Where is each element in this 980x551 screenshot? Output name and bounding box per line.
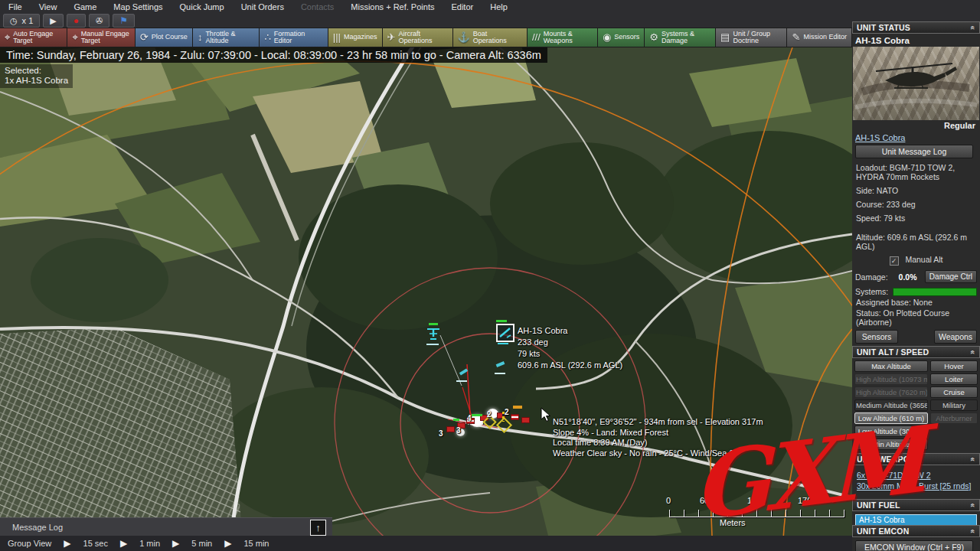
- doctrine-icon: ▤: [720, 32, 730, 43]
- formation-editor-icon: ∴: [264, 32, 270, 43]
- throttle-altitude-button[interactable]: ↕ Throttle & Altitude: [193, 28, 260, 47]
- time-step-15sec[interactable]: 15 sec: [76, 539, 116, 548]
- unit-weapons-title: UNIT WEAPONS: [857, 455, 921, 464]
- collapse-chevron-icon: «: [969, 350, 978, 354]
- menu-quick-jump[interactable]: Quick Jump: [172, 0, 233, 14]
- menu-file[interactable]: File: [0, 0, 31, 14]
- step-arrow-icon[interactable]: ▶: [116, 538, 132, 549]
- systems-damage-label: Systems & Damage: [662, 31, 710, 45]
- auto-engage-icon: ⌖: [5, 32, 10, 43]
- aircraft-operations-button[interactable]: ✈ Aircraft Operations: [383, 28, 453, 47]
- magazines-label: Magazines: [344, 34, 377, 41]
- time-step-1min[interactable]: 1 min: [132, 539, 168, 548]
- menu-editor[interactable]: Editor: [443, 0, 482, 14]
- unit-status-title: UNIT STATUS: [857, 23, 910, 32]
- unit-emcon-header[interactable]: UNIT EMCON «: [852, 525, 980, 537]
- selected-unit-icon[interactable]: [496, 324, 514, 342]
- play-button[interactable]: ▶: [43, 14, 63, 28]
- plot-course-button[interactable]: ⟳ Plot Course: [136, 28, 193, 47]
- unit-emcon-section: UNIT EMCON « EMCON Window (Ctrl + F9): [852, 525, 980, 551]
- max-altitude-button[interactable]: Max Altitude: [854, 360, 928, 372]
- step-arrow-icon[interactable]: ▶: [220, 538, 236, 549]
- cluster-count: 2: [505, 408, 509, 416]
- menu-help[interactable]: Help: [482, 0, 516, 14]
- menu-missions-ref-points[interactable]: Missions + Ref. Points: [342, 0, 443, 14]
- cruise-button[interactable]: Cruise: [930, 386, 978, 398]
- weapon-tow-link[interactable]: 6x BGM-71D TOW 2: [857, 471, 930, 480]
- boat-operations-button[interactable]: ⚓ Boat Operations: [453, 28, 528, 47]
- sensors-button[interactable]: ◉ Sensors: [598, 28, 645, 47]
- selection-title: Selected:: [5, 66, 68, 76]
- medium-altitude-button[interactable]: Medium Altitude (3658 m): [854, 399, 928, 411]
- side-line: Side: NATO: [852, 186, 980, 195]
- emcon-window-button[interactable]: EMCON Window (Ctrl + F9): [855, 540, 973, 551]
- wingman-helicopter-icon[interactable]: [424, 326, 443, 343]
- hostile-ground-unit-icon[interactable]: [511, 414, 519, 420]
- damage-ctrl-button[interactable]: Damage Ctrl: [925, 270, 977, 283]
- tooltip-weather: Weather Clear sky - No rain - 25°C - Win…: [553, 448, 763, 459]
- min-altitude-button[interactable]: Min Altitude: [854, 439, 928, 450]
- scale-ticks: [669, 510, 844, 517]
- time-step-15min[interactable]: 15 min: [236, 539, 276, 548]
- menu-unit-orders[interactable]: Unit Orders: [233, 0, 292, 14]
- group-view-toggle[interactable]: Group View: [0, 539, 59, 548]
- step-arrow-icon[interactable]: ▶: [59, 538, 75, 549]
- bookmark-flag-button[interactable]: ⚑: [113, 14, 135, 28]
- sensors-toolbar-icon: ◉: [603, 32, 611, 43]
- auto-engage-target-button[interactable]: ⌖ Auto Engage Target: [0, 28, 67, 47]
- aircraft-operations-label: Aircraft Operations: [399, 31, 448, 45]
- menu-view[interactable]: View: [31, 0, 66, 14]
- magazines-button[interactable]: ||| Magazines: [328, 28, 383, 47]
- hover-button[interactable]: Hover: [930, 360, 978, 372]
- mounts-weapons-button[interactable]: /// Mounts & Weapons: [528, 28, 598, 47]
- record-button[interactable]: ●: [67, 14, 86, 28]
- manual-alt-checkbox[interactable]: ✓: [890, 256, 899, 266]
- formation-editor-button[interactable]: ∴ Formation Editor: [260, 28, 328, 47]
- message-log-expand-button[interactable]: ↑: [310, 520, 326, 536]
- unit-weapons-header[interactable]: UNIT WEAPONS «: [852, 453, 980, 465]
- hostile-ground-unit-icon[interactable]: [521, 417, 530, 423]
- weapon-20mm-link[interactable]: 30x 20mm M197 Burst [25 rnds]: [857, 481, 971, 491]
- step-arrow-icon[interactable]: ▶: [168, 538, 184, 549]
- high-altitude-10973-button: High Altitude (10973 m): [854, 373, 928, 385]
- time-compression-button[interactable]: ◷ x 1: [3, 14, 40, 28]
- unit-message-log-button[interactable]: Unit Message Log: [855, 145, 973, 158]
- unit-status-header[interactable]: UNIT STATUS «: [852, 21, 980, 34]
- hostile-ground-unit-icon[interactable]: [446, 426, 455, 432]
- weapons-panel-button[interactable]: Weapons: [934, 330, 977, 344]
- unit-alt-speed-header[interactable]: UNIT ALT / SPEED «: [852, 346, 980, 358]
- message-log-bar[interactable]: Message Log ↑: [0, 517, 332, 536]
- scale-tick-label: 0: [666, 496, 671, 505]
- mission-editor-button[interactable]: ✎ Mission Editor: [787, 28, 852, 47]
- unit-group-doctrine-button[interactable]: ▤ Unit / Group Doctrine: [716, 28, 787, 47]
- aircraft-operations-icon: ✈: [387, 32, 396, 43]
- systems-damage-button[interactable]: ⚙ Systems & Damage: [645, 28, 716, 47]
- military-button[interactable]: Military: [930, 399, 978, 411]
- unit-fuel-header[interactable]: UNIT FUEL «: [852, 499, 980, 511]
- damage-row: Damage: 0.0% Damage Ctrl: [852, 270, 980, 283]
- satellite-map-art: [0, 28, 852, 551]
- unit-db-link[interactable]: AH-1S Cobra: [855, 133, 905, 142]
- tooltip-localtime: Local time 8:39 AM (Day): [553, 438, 763, 448]
- recorder-button[interactable]: ✇: [89, 14, 109, 28]
- mounts-weapons-label: Mounts & Weapons: [544, 31, 593, 45]
- systems-damage-icon: ⚙: [649, 32, 658, 43]
- time-step-5min[interactable]: 5 min: [184, 539, 220, 548]
- menu-bar: File View Game Map Settings Quick Jump U…: [0, 0, 980, 14]
- low-altitude-305-button[interactable]: Low Altitude (305 m): [854, 425, 928, 437]
- sensors-panel-button[interactable]: Sensors: [855, 330, 898, 344]
- menu-contacts: Contacts: [292, 0, 342, 14]
- cluster-count: 2: [487, 410, 492, 419]
- low-altitude-610-button[interactable]: Low Altitude (610 m): [854, 412, 928, 424]
- menu-game[interactable]: Game: [65, 0, 105, 14]
- tooltip-terrain: Slope 4% - Land: Mixed Forest: [553, 428, 763, 439]
- menu-map-settings[interactable]: Map Settings: [105, 0, 171, 14]
- selected-unit-health-bar: [496, 320, 507, 322]
- manual-engage-target-button[interactable]: ⌖ Manual Engage Target: [67, 28, 135, 47]
- tactical-map[interactable]: Time: Sunday, February 26, 1984 - Zulu: …: [0, 28, 852, 551]
- course-line: Course: 233 deg: [852, 200, 980, 209]
- fuel-unit-list-item[interactable]: AH-1S Cobra: [855, 514, 977, 526]
- right-side-panel: UNIT STATUS « AH-1S Cobra Regular AH-1S …: [852, 21, 980, 551]
- loiter-button[interactable]: Loiter: [930, 373, 978, 385]
- alt-speed-grid: Max Altitude High Altitude (10973 m) Hig…: [852, 358, 980, 453]
